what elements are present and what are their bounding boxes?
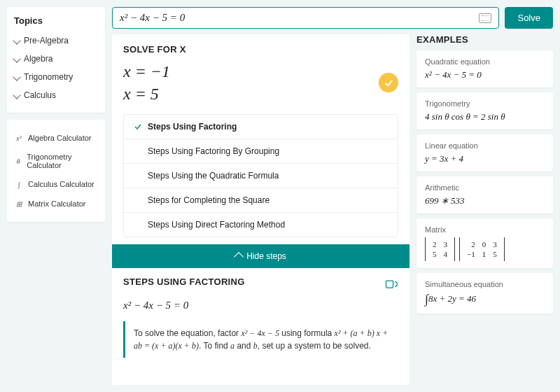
- example-linear[interactable]: Linear equation y = 3x + 4: [416, 134, 553, 172]
- keyboard-icon[interactable]: [479, 13, 491, 23]
- check-icon: [134, 122, 142, 131]
- steps-list: Steps Using Factoring Steps Using Factor…: [123, 114, 398, 237]
- step-method-completing-square[interactable]: Steps for Completing the Square: [124, 188, 398, 213]
- solution-panel: SOLVE FOR X x = −1 x = 5 Steps Using Fac…: [112, 34, 410, 385]
- example-simultaneous[interactable]: Simultaneous equation ∫8x + 2y = 46: [416, 273, 553, 314]
- integral-icon: ∫: [14, 179, 24, 189]
- svg-rect-0: [386, 281, 393, 288]
- calc-calculus[interactable]: ∫Calculus Calculator: [14, 174, 98, 194]
- topics-heading: Topics: [14, 15, 98, 26]
- expression-input[interactable]: x² − 4x − 5 = 0: [112, 7, 499, 29]
- calc-algebra[interactable]: x²Algebra Calculator: [14, 128, 98, 148]
- hide-steps-button[interactable]: Hide steps: [112, 244, 410, 268]
- step-method-quadratic[interactable]: Steps Using the Quadratic Formula: [124, 164, 398, 188]
- matrix-icon: ⊞: [14, 199, 24, 209]
- topic-pre-algebra[interactable]: Pre-Algebra: [14, 31, 98, 50]
- main-column: x² − 4x − 5 = 0 Solve SOLVE FOR X x = −1…: [112, 7, 553, 385]
- verified-badge-icon: [379, 73, 398, 92]
- solution-row: x = −1 x = 5: [123, 60, 398, 106]
- chevron-down-icon: [13, 55, 20, 62]
- matrix-expression: 2354 203−115: [425, 237, 505, 261]
- solution-math: x = −1 x = 5: [123, 60, 170, 106]
- arrow-up-icon: [234, 252, 244, 262]
- steps-detail-heading: STEPS USING FACTORING: [123, 276, 245, 287]
- calculators-panel: x²Algebra Calculator θTrigonometry Calcu…: [7, 120, 105, 222]
- content-row: SOLVE FOR X x = −1 x = 5 Steps Using Fac…: [112, 34, 553, 385]
- examples-heading: EXAMPLES: [416, 34, 553, 45]
- chevron-down-icon: [13, 91, 20, 99]
- algebra-icon: x²: [14, 133, 24, 143]
- topic-trigonometry[interactable]: Trigonometry: [14, 68, 98, 86]
- topic-calculus[interactable]: Calculus: [14, 86, 98, 104]
- example-matrix[interactable]: Matrix 2354 203−115: [416, 218, 553, 268]
- topic-algebra[interactable]: Algebra: [14, 50, 98, 68]
- step-explanation: To solve the equation, factor x² − 4x − …: [123, 321, 398, 358]
- read-aloud-icon[interactable]: [384, 277, 398, 291]
- step-method-factoring[interactable]: Steps Using Factoring: [124, 115, 398, 139]
- topics-panel: Topics Pre-Algebra Algebra Trigonometry …: [7, 7, 105, 113]
- example-arithmetic[interactable]: Arithmetic 699 ∗ 533: [416, 176, 553, 214]
- chevron-down-icon: [13, 36, 20, 44]
- sidebar: Topics Pre-Algebra Algebra Trigonometry …: [7, 7, 105, 385]
- solve-button[interactable]: Solve: [505, 7, 553, 29]
- step-method-direct-factoring[interactable]: Steps Using Direct Factoring Method: [124, 213, 398, 237]
- step-method-grouping[interactable]: Steps Using Factoring By Grouping: [124, 139, 398, 164]
- input-row: x² − 4x − 5 = 0 Solve: [112, 7, 553, 29]
- expression-value: x² − 4x − 5 = 0: [120, 12, 185, 24]
- calc-matrix[interactable]: ⊞Matrix Calculator: [14, 194, 98, 214]
- chevron-down-icon: [13, 73, 20, 80]
- solve-heading: SOLVE FOR X: [123, 44, 398, 55]
- theta-icon: θ: [14, 156, 22, 166]
- calc-trigonometry[interactable]: θTrigonometry Calculator: [14, 148, 98, 174]
- steps-detail-header: STEPS USING FACTORING: [123, 276, 398, 293]
- example-trigonometry[interactable]: Trigonometry 4 sin θ cos θ = 2 sin θ: [416, 92, 553, 130]
- step-equation: x² − 4x − 5 = 0: [123, 300, 398, 312]
- example-quadratic[interactable]: Quadratic equation x² − 4x − 5 = 0: [416, 50, 553, 88]
- examples-panel: EXAMPLES Quadratic equation x² − 4x − 5 …: [416, 34, 553, 385]
